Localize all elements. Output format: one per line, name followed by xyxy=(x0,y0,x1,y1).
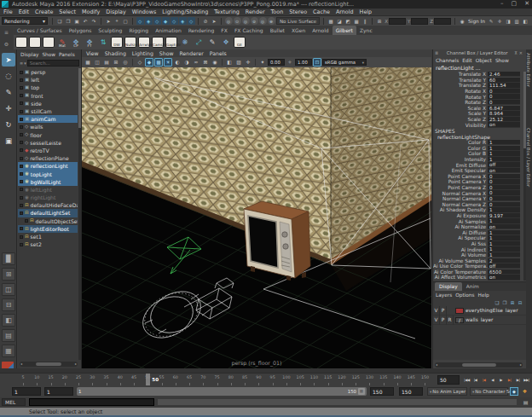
exposure-field[interactable]: 0.00 xyxy=(268,59,285,66)
channel-value-field[interactable]: 1 xyxy=(488,230,520,235)
visibility-checkbox[interactable] xyxy=(20,165,23,168)
viewport-menu-lighting[interactable]: Lighting xyxy=(132,50,153,56)
menu-lighting-shading[interactable]: Lighting/Shading xyxy=(162,9,208,15)
channel-box-horizontal-scrollbar[interactable]: ◂ ▸ xyxy=(435,362,523,368)
playhead[interactable] xyxy=(146,374,150,386)
grid-icon[interactable]: ⊞ xyxy=(376,17,384,25)
channel-value-field[interactable]: 9.197 xyxy=(488,213,520,218)
outliner-item-sesselleiste[interactable]: ◇sesselLeiste xyxy=(18,139,78,147)
shadows-icon[interactable]: ◐ xyxy=(173,58,182,67)
z-coordinate-field[interactable]: Z xyxy=(430,18,451,25)
menu-modify[interactable]: Modify xyxy=(82,9,100,15)
shelf-button-gapextr[interactable]: GapExtr xyxy=(165,37,177,48)
isolate-select-icon[interactable]: ◧ xyxy=(225,58,234,67)
snap-together-icon[interactable]: ◇ xyxy=(188,17,195,25)
outliner-item-defaultobjectset[interactable]: ⊟defaultObjectSet xyxy=(18,217,78,225)
shelf-button-mat[interactable]: ✎Mat xyxy=(56,37,68,48)
shelf-tab-menu-icon[interactable]: ≡ xyxy=(4,29,9,35)
pause-viewport-icon[interactable]: ‖ xyxy=(361,17,369,25)
sign-in-label[interactable]: Sign In xyxy=(468,19,485,24)
camera-attributes-icon[interactable]: ▤ xyxy=(102,58,111,67)
visibility-checkbox[interactable] xyxy=(25,219,28,223)
new-scene-icon[interactable]: ❏ xyxy=(56,17,64,25)
visibility-checkbox[interactable] xyxy=(20,78,23,82)
outliner-item-toplight[interactable]: ◉topLight xyxy=(18,170,78,177)
save-scene-icon[interactable]: ▣ xyxy=(73,17,81,25)
shelf-button-pen[interactable]: ✎ xyxy=(206,37,218,48)
menu-select[interactable]: Select xyxy=(59,9,76,15)
channel-value-field[interactable]: 0 xyxy=(488,174,520,179)
command-language-selector[interactable]: MEL xyxy=(2,398,26,406)
shelf-button-nullsin[interactable]: NullsIn xyxy=(124,37,136,48)
retro-tv-object[interactable] xyxy=(244,201,310,281)
select-component-icon[interactable]: ▢ xyxy=(122,17,130,25)
maximize-button[interactable]: ▢ xyxy=(512,0,518,7)
outliner-item-persp[interactable]: ▣persp xyxy=(18,68,78,76)
minimize-button[interactable]: – xyxy=(500,0,504,7)
motion-blur-icon[interactable]: ≈ xyxy=(192,58,200,67)
channel-box-menu-edit[interactable]: Edit xyxy=(462,58,471,63)
step-forward-key-button[interactable]: ▶| xyxy=(506,374,513,385)
layer-editor-tab-anim[interactable]: Anim xyxy=(462,282,483,291)
outliner-item-stillcam[interactable]: ▣stillCam xyxy=(18,107,78,115)
animation-preferences-button[interactable]: ❖ xyxy=(520,387,529,396)
visibility-checkbox[interactable] xyxy=(20,204,23,207)
scroll-right-icon[interactable]: ▸ xyxy=(75,362,77,366)
colorspace-dropdown[interactable]: sRGB gamma▾ xyxy=(322,59,367,66)
step-back-frame-button[interactable]: |◀ xyxy=(471,374,479,385)
rotate-tool[interactable]: ↻ xyxy=(2,118,15,131)
scroll-left-icon[interactable]: ◂ xyxy=(436,363,437,367)
step-forward-frame-button[interactable]: ▶| xyxy=(514,374,522,385)
move-layer-up-icon[interactable]: ❏ xyxy=(494,299,500,306)
channel-value-field[interactable]: 25.12 xyxy=(488,117,520,122)
anim-layer-dropdown[interactable]: ▾ No Anim Layer xyxy=(427,387,467,396)
select-tool[interactable]: ➤ xyxy=(2,53,15,67)
channel-value-field[interactable]: on xyxy=(488,275,520,280)
shelf-menu-corner[interactable]: ≡⚙ xyxy=(0,26,13,49)
shelf-tab-curves-surfaces[interactable]: Curves / Surfaces xyxy=(14,26,66,35)
highlight-selection-icon[interactable]: ➤ xyxy=(211,17,218,25)
shelf-tab-bullet[interactable]: Bullet xyxy=(267,26,288,35)
visibility-checkbox[interactable] xyxy=(20,157,23,160)
range-slider-grip[interactable]: ▦ xyxy=(358,388,365,395)
outliner-item-rightlight[interactable]: ◉rightLight xyxy=(18,194,78,201)
channel-value-field[interactable]: 1 xyxy=(488,157,520,162)
shelf-button-arrwvne[interactable]: ArrwVne xyxy=(138,37,150,48)
channel-value-field[interactable]: 1 xyxy=(488,235,520,240)
use-all-lights-icon[interactable]: ☀ xyxy=(164,58,172,67)
make-live-icon[interactable]: ◈ xyxy=(179,17,187,25)
menu-display[interactable]: Display xyxy=(106,9,126,15)
channel-value-field[interactable]: 60 xyxy=(488,78,520,83)
viewport-menu-show[interactable]: Show xyxy=(159,50,174,56)
ipr-render-icon[interactable]: ◪ xyxy=(336,17,344,25)
channel-value-field[interactable]: 8.964 xyxy=(488,111,520,116)
y-coordinate-field[interactable]: Y xyxy=(408,18,428,25)
visibility-checkbox[interactable] xyxy=(20,180,23,183)
channel-box-menu-channels[interactable]: Channels xyxy=(436,58,459,63)
menu-windows[interactable]: Windows xyxy=(132,9,157,15)
sidebar-tab-channel-box-layer-editor[interactable]: Channel Box / Layer Editor xyxy=(526,128,531,187)
layer-row-everythingelse-layer[interactable]: VPeverythingElse_layer xyxy=(433,306,526,316)
shelf-button-cp[interactable]: ✥CP xyxy=(70,37,82,48)
outliner-item-floor[interactable]: ◇floor xyxy=(18,131,78,139)
layer-display-mode-toggle[interactable]: R xyxy=(447,316,454,325)
channel-value-field[interactable]: 0 xyxy=(488,190,520,195)
channel-value-field[interactable]: 6500 xyxy=(488,269,520,275)
wireframe-icon[interactable]: ◇ xyxy=(136,58,144,67)
visibility-checkbox[interactable] xyxy=(20,243,23,246)
channel-value-field[interactable]: 0 xyxy=(488,94,520,99)
shelf-button-camsed[interactable]: CamsEd xyxy=(152,37,164,48)
channel-value-field[interactable]: 1 xyxy=(488,218,520,223)
move-layer-down-icon[interactable]: ❐ xyxy=(501,299,508,306)
visibility-checkbox[interactable] xyxy=(20,211,23,215)
outliner-item-top[interactable]: ▣top xyxy=(18,84,78,91)
menu-file[interactable]: File xyxy=(3,9,13,15)
channel-value-field[interactable]: 1 xyxy=(488,146,520,151)
time-slider-ticks[interactable]: 5101520253035404550556065707580859095100… xyxy=(12,374,431,386)
close-button[interactable]: ✕ xyxy=(524,0,529,7)
channel-box-toggle-icon[interactable]: ◧ xyxy=(521,17,529,25)
depth-of-field-icon[interactable]: ◉ xyxy=(211,58,219,67)
viewport-canvas[interactable] xyxy=(82,67,431,368)
shelf-tab-sculpting[interactable]: Sculpting xyxy=(95,26,125,35)
select-object-icon[interactable]: ⌖ xyxy=(113,17,121,25)
